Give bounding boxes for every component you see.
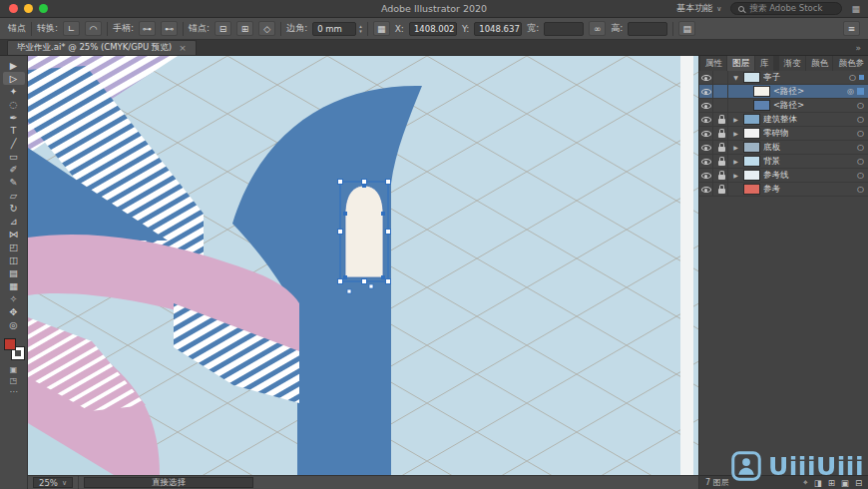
tab-color[interactable]: 颜色 [806,56,832,71]
minimize-window-button[interactable] [24,4,33,13]
layer-row-guides[interactable]: ▶ 参考线 ○ [699,169,868,183]
document-tab[interactable]: 毕业作业.ai* @ 25% (CMYK/GPU 预览) × [7,40,197,55]
layer-row-group[interactable]: ▼ 亭子 ○ [699,71,868,85]
close-tab-icon[interactable]: × [179,43,187,53]
convert-to-smooth-button[interactable]: ◠ [85,21,102,36]
layer-name[interactable]: 亭子 [763,72,846,84]
mesh-tool[interactable]: ▦ [3,279,25,292]
stepper-down-icon[interactable]: ▾ [359,29,362,34]
convert-to-corner-button[interactable]: ∟ [63,21,80,36]
corner-radius-field[interactable]: 0 mm [312,22,356,36]
screen-mode-icon[interactable]: ◳ [10,376,18,386]
dock-collapse-icon[interactable]: » [855,43,868,55]
tab-layers[interactable]: 图层 [727,56,753,71]
hand-tool[interactable]: ✥ [3,305,25,318]
workspace-switcher[interactable]: 基本功能 ∨ [676,2,721,15]
corner-stepper[interactable]: ▴ ▾ [359,24,362,33]
layer-row-misc[interactable]: ▶ 零碎物 ○ [699,127,868,141]
width-tool[interactable]: ⋈ [3,228,25,241]
layer-name[interactable]: 背景 [763,156,854,168]
type-tool[interactable]: T [3,124,25,137]
selection-handle[interactable] [362,279,367,284]
layer-name[interactable]: 建筑整体 [763,114,854,126]
layer-name[interactable]: 参考线 [763,170,854,182]
tab-gradient[interactable]: 渐变 [779,56,805,71]
layer-row-baseplate[interactable]: ▶ 底板 ○ [699,141,868,155]
layer-row-path[interactable]: <路径> ○ [699,99,868,113]
artboard-canvas[interactable] [28,56,698,475]
target-circle[interactable]: ○ [857,143,864,152]
constrain-proportions-icon[interactable]: ∞ [589,21,606,36]
eyedropper-tool[interactable]: ✧ [3,292,25,305]
lock-toggle[interactable] [716,169,728,182]
disclosure-triangle[interactable]: ▶ [731,158,740,165]
anchor-point-unselected[interactable] [347,289,351,293]
visibility-toggle[interactable] [699,99,713,112]
layer-name[interactable]: <路径> [773,86,844,98]
anchor-point[interactable] [362,184,366,188]
tab-color-guide[interactable]: 颜色参 [833,56,868,71]
arch-window-shape[interactable] [345,186,383,277]
disclosure-triangle[interactable]: ▶ [731,144,740,151]
selection-tool[interactable]: ▶ [3,59,25,72]
rectangle-tool[interactable]: ▭ [3,150,25,163]
target-circle[interactable]: ○ [857,185,864,194]
target-circle[interactable]: ○ [857,129,864,138]
visibility-toggle[interactable] [699,169,713,182]
anchor-point-unselected[interactable] [369,284,373,288]
selection-handle[interactable] [338,230,343,235]
free-transform-tool[interactable]: ◰ [3,241,25,253]
y-coordinate-field[interactable]: 1048.637 [474,22,522,36]
visibility-toggle[interactable] [699,183,713,196]
visibility-toggle[interactable] [699,127,713,140]
height-field[interactable] [628,22,667,36]
lock-toggle[interactable] [716,155,728,168]
remove-anchor-button[interactable]: ⊟ [215,21,231,36]
visibility-toggle[interactable] [699,113,713,126]
layer-row-building[interactable]: ▶ 建筑整体 ○ [699,113,868,127]
anchor-point[interactable] [381,275,385,279]
maximize-window-button[interactable] [39,4,48,13]
target-circle[interactable]: ○ [857,115,864,124]
hide-handles-button[interactable]: ⊷ [161,21,178,36]
target-circle[interactable]: ○ [857,171,864,180]
close-window-button[interactable] [9,4,18,13]
lock-toggle[interactable] [716,71,728,84]
connect-anchor-button[interactable]: ⊞ [236,21,253,36]
draw-normal-icon[interactable]: ▣ [10,365,18,375]
paintbrush-tool[interactable]: ✐ [3,163,25,176]
selection-handle[interactable] [338,180,343,185]
layer-row-background[interactable]: ▶ 背景 ○ [699,155,868,169]
pen-tool[interactable]: ✒ [3,111,25,124]
layer-name[interactable]: 参考 [763,184,854,196]
anchor-point[interactable] [343,212,347,216]
disclosure-triangle[interactable]: ▶ [731,172,740,179]
lock-toggle[interactable] [716,183,728,196]
lasso-tool[interactable]: ◌ [3,98,25,111]
visibility-toggle[interactable] [699,85,713,98]
target-circle[interactable]: ○ [849,73,856,82]
toolbar-overflow-icon[interactable]: ⋯ [10,387,18,397]
magic-wand-tool[interactable]: ✦ [3,85,25,98]
target-circle[interactable]: ○ [857,157,864,166]
lock-toggle[interactable] [716,127,728,140]
rotate-tool[interactable]: ↻ [3,202,25,215]
reference-point-locator[interactable]: ▦ [373,21,390,36]
scale-tool[interactable]: ⊿ [3,215,25,228]
selection-handle[interactable] [338,279,343,284]
selection-handle[interactable] [362,180,367,185]
control-bar-menu-icon[interactable]: ≡ [843,21,860,36]
layer-name[interactable]: 底板 [763,142,854,154]
show-handles-button[interactable]: ⊶ [139,21,156,36]
fill-swatch[interactable] [4,338,16,350]
tab-libraries[interactable]: 库 [755,56,773,71]
layer-row-path[interactable]: <路径> ◎ [699,85,868,99]
apps-grid-icon[interactable]: ▦ [851,4,860,14]
cut-path-button[interactable]: ◇ [258,21,275,36]
current-tool-status[interactable]: 直接选择 [84,477,253,488]
disclosure-triangle[interactable]: ▶ [731,116,740,123]
x-coordinate-field[interactable]: 1408.002 [409,22,457,36]
lock-toggle[interactable] [716,141,728,154]
pencil-tool[interactable]: ✎ [3,176,25,189]
layer-name[interactable]: 零碎物 [763,128,854,140]
